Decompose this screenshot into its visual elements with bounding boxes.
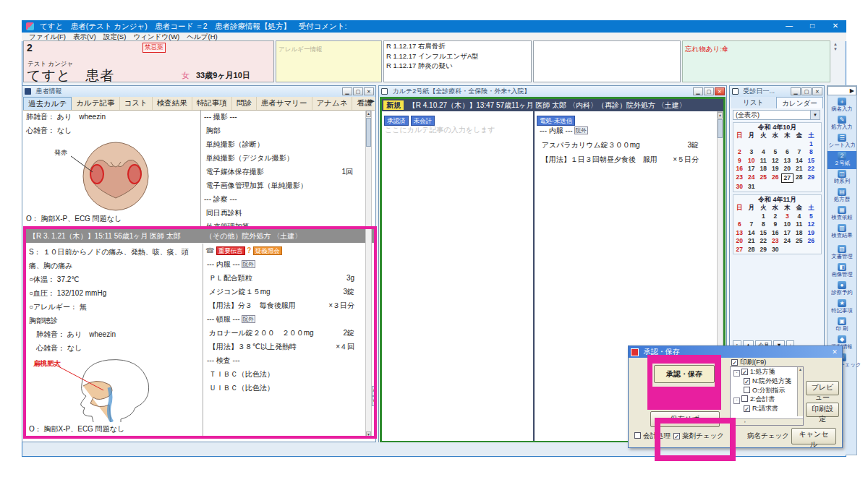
scroll-down-icon[interactable]: ▼ xyxy=(366,431,371,438)
calendar-day[interactable]: 7 xyxy=(746,220,758,229)
visit-view-tab[interactable]: カレンダー xyxy=(776,97,823,108)
tree-expander-icon[interactable]: - xyxy=(733,398,740,404)
calendar-day[interactable]: 12 xyxy=(805,220,817,229)
toolbar-button[interactable]: ◫時系列 xyxy=(827,169,856,187)
calendar-day[interactable]: 16 xyxy=(733,165,746,173)
chart-tab[interactable]: 過去カルテ xyxy=(23,97,72,110)
calendar-day[interactable]: 6 xyxy=(781,148,793,157)
calendar-day[interactable]: 28 xyxy=(746,246,758,254)
menu-item[interactable]: ウィンドウ(W) xyxy=(133,33,179,40)
calendar-day[interactable]: 14 xyxy=(746,229,758,238)
calendar-day[interactable]: 19 xyxy=(770,165,782,173)
accounting-checkbox[interactable] xyxy=(634,432,641,439)
chart-tab[interactable]: カルテ記事 xyxy=(72,97,119,110)
chart-tab[interactable]: アナムネ xyxy=(312,97,353,110)
calendar-day[interactable]: 3 xyxy=(781,212,793,221)
chart-tab[interactable]: 特記事項 xyxy=(192,97,232,110)
minimize-icon[interactable]: ▁ xyxy=(791,87,801,95)
minimize-icon[interactable]: ▁ xyxy=(693,87,703,95)
notice-box[interactable]: 忘れ物あり:傘 xyxy=(682,40,830,82)
calendar-day[interactable]: 18 xyxy=(757,165,770,173)
calendar-day[interactable]: 3 xyxy=(746,148,758,157)
tree-expander-icon[interactable]: - xyxy=(733,370,740,377)
calendar-day[interactable]: 6 xyxy=(733,220,746,229)
calendar-day[interactable]: 11 xyxy=(793,220,806,229)
chart-tab[interactable]: 患者サマリー xyxy=(257,97,312,110)
calendar-day[interactable]: 10 xyxy=(746,157,758,166)
calendar-day[interactable]: 29 xyxy=(757,246,770,254)
calendar-day[interactable]: 15 xyxy=(757,229,770,238)
print-tree-item[interactable]: R:請求書 xyxy=(731,404,803,413)
hidden-middle-button[interactable] xyxy=(650,390,720,406)
calendar-day[interactable]: 9 xyxy=(733,157,746,166)
tree-checkbox[interactable] xyxy=(741,395,748,402)
calendar-day[interactable]: 10 xyxy=(781,220,793,229)
calendar-day[interactable]: 27 xyxy=(733,246,746,254)
calendar-day[interactable]: 7 xyxy=(793,148,806,157)
close-icon[interactable]: ✕ xyxy=(830,348,840,356)
print-tree-item[interactable]: -1:処方箋 xyxy=(731,367,803,377)
calendar-day[interactable]: 9 xyxy=(770,220,782,229)
toolbar-button[interactable]: ☰シート入力 xyxy=(827,133,856,151)
chevron-down-icon[interactable]: ▼ xyxy=(810,111,820,119)
calendar-day[interactable]: 25 xyxy=(793,237,806,246)
left-panel-scrollbar[interactable]: ▲ ▼ xyxy=(365,110,372,439)
menu-item[interactable]: 設定(S) xyxy=(103,33,127,40)
karte2-entry-header[interactable]: 新規 【R 4.10.27（木）】13:47 57歳11ヶ月 医師 太郎 〈内科… xyxy=(382,99,723,111)
cancel-button[interactable]: キャンセル xyxy=(791,428,836,444)
calendar-day[interactable]: 2 xyxy=(770,212,782,221)
calendar-day[interactable]: 23 xyxy=(733,173,746,184)
calendar-day[interactable]: 24 xyxy=(781,237,793,246)
karte2-input-placeholder[interactable]: ここにカルテ記事の入力をします xyxy=(385,125,495,135)
calendar-day[interactable]: 8 xyxy=(757,220,770,229)
calendar-day[interactable]: 24 xyxy=(746,173,758,184)
drug-check-row[interactable]: 薬剤チェック xyxy=(673,431,724,441)
print-tree-item[interactable]: O:分割指示 xyxy=(731,386,803,395)
calendar-day[interactable]: 23 xyxy=(770,237,782,246)
section-nav-buttons[interactable]: ∧ ∨ xyxy=(372,386,376,405)
calendar-day[interactable]: 22 xyxy=(805,165,817,173)
toolbar-button[interactable]: ▦検査依頼 xyxy=(827,205,856,223)
toolbar-button[interactable]: ＋病名入力 xyxy=(827,97,856,115)
visit-view-tab[interactable]: リスト xyxy=(731,97,776,108)
calendar-day[interactable]: 13 xyxy=(733,229,746,238)
calendar-day[interactable]: 14 xyxy=(793,157,806,166)
calendar-day[interactable]: 12 xyxy=(770,157,782,166)
close-icon[interactable]: ✕ xyxy=(825,20,846,33)
tree-scrollbar-v[interactable]: ▲ xyxy=(797,367,803,416)
calendar-day[interactable]: 20 xyxy=(781,165,793,173)
toolbar-button[interactable]: ▥検査結果 xyxy=(827,223,856,241)
toolbar-button[interactable]: ２２号紙 xyxy=(827,151,856,169)
tab-scroll-arrows[interactable]: ◀▶ xyxy=(367,98,375,104)
scroll-up-icon[interactable]: ▲ xyxy=(718,112,723,119)
scroll-thumb[interactable] xyxy=(718,119,723,138)
calendar-day[interactable]: 22 xyxy=(757,237,770,246)
calendar-day[interactable]: 8 xyxy=(805,148,817,157)
calendar-day[interactable]: 1 xyxy=(757,212,770,221)
calendar-day[interactable]: 11 xyxy=(757,157,770,166)
calendar-day[interactable]: 5 xyxy=(770,148,782,157)
calendar-day[interactable]: 29 xyxy=(805,173,817,184)
close-icon[interactable]: ✕ xyxy=(364,87,374,95)
tree-checkbox[interactable] xyxy=(744,378,750,384)
preview-button[interactable]: プレビュー xyxy=(806,381,839,395)
calendar-day[interactable]: 1 xyxy=(805,140,817,149)
calendar-day[interactable]: 26 xyxy=(770,173,782,184)
toolbar-button[interactable]: ★特記事項 xyxy=(827,298,856,317)
menu-item[interactable]: 表示(V) xyxy=(73,33,96,40)
calendar-day[interactable]: 18 xyxy=(793,229,806,238)
calendar-day[interactable]: 13 xyxy=(781,157,793,166)
menu-item[interactable]: ファイル(F) xyxy=(29,33,66,40)
save-without-button[interactable]: 保存せず xyxy=(650,411,720,427)
calendar-day[interactable]: 19 xyxy=(805,229,817,238)
maximize-icon[interactable]: ▢ xyxy=(801,87,812,95)
notice-scroll-arrows[interactable]: ▲▼ xyxy=(832,42,839,52)
approve-save-button[interactable]: 承認・保存 xyxy=(654,365,715,383)
scroll-up-icon[interactable]: ▲ xyxy=(366,111,371,117)
toolbar-button[interactable]: ◧画像管理 xyxy=(827,262,856,280)
calendar-day[interactable]: 2 xyxy=(733,148,746,157)
maximize-icon[interactable]: ▢ xyxy=(353,87,363,95)
visit-filter-select[interactable]: (全表示) ▼ xyxy=(733,110,820,120)
chart-tab[interactable]: 検査結果 xyxy=(153,97,192,110)
close-icon[interactable]: ✕ xyxy=(812,87,822,95)
